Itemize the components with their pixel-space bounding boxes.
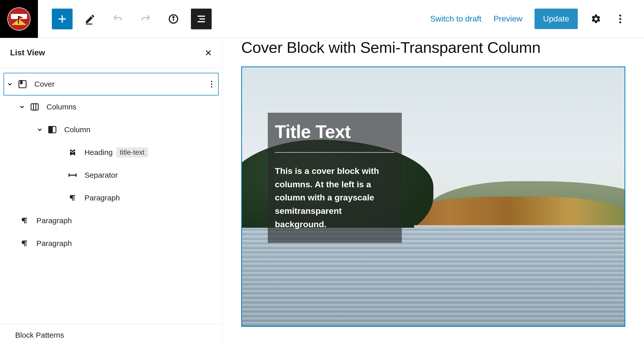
add-block-button[interactable] — [52, 9, 73, 29]
switch-to-draft-button[interactable]: Switch to draft — [430, 14, 481, 24]
cover-block-icon — [17, 78, 28, 90]
svg-point-13 — [211, 83, 212, 85]
edit-tool-button[interactable] — [80, 9, 100, 29]
editor-body: List View Cover — [0, 38, 644, 346]
cover-separator[interactable] — [275, 152, 395, 153]
block-tree: Cover Columns — [0, 68, 222, 324]
options-button[interactable] — [614, 13, 626, 25]
info-icon — [168, 13, 179, 25]
undo-button[interactable] — [107, 9, 128, 29]
tree-label: Paragraph — [84, 194, 120, 202]
paragraph-block-icon — [67, 192, 78, 204]
tree-node-options[interactable] — [211, 80, 216, 88]
svg-point-14 — [211, 86, 212, 87]
kebab-icon — [619, 14, 621, 24]
editor-canvas[interactable]: Cover Block with Semi-Transparent Column… — [223, 38, 644, 346]
cover-paragraph[interactable]: This is a cover block with columns. At t… — [275, 164, 395, 231]
tree-node-column[interactable]: Column — [4, 118, 219, 141]
anchor-tag: title-text — [116, 147, 148, 157]
paragraph-block-icon — [19, 238, 30, 249]
chevron-down-icon[interactable] — [36, 126, 47, 133]
tree-node-paragraph[interactable]: Paragraph — [4, 209, 219, 232]
svg-point-7 — [619, 14, 621, 16]
tree-label: Cover — [34, 80, 55, 88]
post-title[interactable]: Cover Block with Semi-Transparent Column — [241, 38, 625, 56]
tree-label: Paragraph — [36, 216, 72, 225]
tree-node-paragraph[interactable]: Paragraph — [4, 187, 219, 209]
toolbar-left — [38, 9, 212, 29]
svg-point-9 — [619, 21, 621, 23]
close-list-view-button[interactable] — [205, 49, 212, 57]
chevron-down-icon[interactable] — [19, 104, 29, 110]
site-logo-button[interactable] — [0, 0, 38, 38]
preview-button[interactable]: Preview — [494, 14, 522, 24]
pencil-icon — [84, 13, 96, 25]
tree-node-cover[interactable]: Cover — [4, 73, 219, 96]
block-patterns-footer[interactable]: Block Patterns — [0, 324, 222, 346]
tree-node-separator[interactable]: Separator — [4, 164, 219, 187]
settings-button[interactable] — [590, 13, 602, 25]
tree-node-columns[interactable]: Columns — [4, 96, 219, 118]
svg-point-8 — [619, 18, 621, 20]
app-root: Switch to draft Preview Update List View — [0, 0, 644, 346]
svg-point-12 — [211, 81, 212, 82]
editor-topbar: Switch to draft Preview Update — [0, 0, 644, 38]
tree-label: Column — [64, 125, 90, 134]
list-view-header: List View — [0, 38, 222, 68]
svg-rect-11 — [20, 81, 22, 84]
paragraph-block-icon — [19, 215, 30, 226]
redo-icon — [140, 13, 151, 25]
update-button[interactable]: Update — [535, 9, 578, 29]
tree-label: Columns — [47, 103, 76, 111]
svg-rect-19 — [49, 126, 52, 133]
redo-button[interactable] — [135, 9, 156, 29]
tree-node-paragraph[interactable]: Paragraph — [4, 232, 219, 255]
toolbar-right: Switch to draft Preview Update — [430, 9, 644, 29]
svg-rect-2 — [18, 16, 19, 24]
svg-point-6 — [173, 16, 174, 17]
gear-icon — [591, 14, 601, 24]
tree-label: Paragraph — [36, 239, 72, 248]
cover-block[interactable]: Title Text This is a cover block with co… — [241, 66, 625, 327]
overlay-column[interactable]: Title Text This is a cover block with co… — [268, 113, 402, 243]
separator-block-icon — [67, 169, 78, 181]
chevron-down-icon[interactable] — [7, 81, 17, 87]
details-button[interactable] — [163, 9, 184, 29]
tree-label: Separator — [84, 171, 118, 179]
list-view-title: List View — [10, 48, 45, 57]
svg-rect-3 — [86, 24, 93, 25]
tree-label: Heading — [84, 148, 113, 157]
cover-heading[interactable]: Title Text — [275, 121, 395, 142]
columns-block-icon — [29, 101, 40, 113]
plus-icon — [57, 13, 68, 25]
list-view-toggle[interactable] — [191, 9, 212, 29]
svg-rect-15 — [31, 104, 38, 110]
close-icon — [205, 49, 212, 57]
undo-icon — [112, 13, 123, 25]
site-logo-icon — [6, 6, 32, 32]
list-view-panel: List View Cover — [0, 38, 223, 346]
column-block-icon — [47, 124, 58, 135]
tree-node-heading[interactable]: Heading title-text — [4, 141, 219, 164]
heading-block-icon — [67, 147, 78, 158]
list-view-icon — [196, 13, 207, 25]
